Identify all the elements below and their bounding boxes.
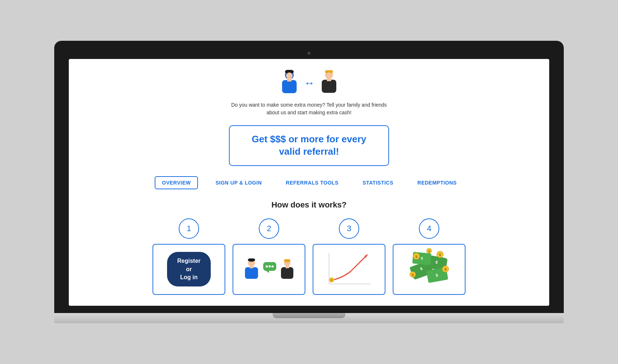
step2-illustration [239,255,299,284]
svg-rect-21 [281,267,293,279]
cta-text: Get $$$ or more for everyvalid referral! [251,133,366,158]
step-2-number: 2 [259,218,279,239]
tab-redemptions[interactable]: REDEMPTIONS [411,177,463,189]
money-flying-icon: $ $ $ $ [405,245,453,289]
hero-subtitle: Do you want to make some extra money? Te… [227,101,391,116]
svg-point-18 [272,265,274,268]
how-section: How does it works? 1 Register orLog in 2 [91,200,527,295]
svg-marker-15 [266,271,269,273]
tab-signup-login[interactable]: SIGN UP & LOGIN [209,177,268,189]
nav-tabs: OVERVIEW SIGN UP & LOGIN REFERRALS TOOLS… [91,176,527,189]
step4-money-illustration: $ $ $ $ [405,245,453,293]
hero-section: ↔ [227,70,391,116]
steps-row: 1 Register orLog in 2 [91,218,527,295]
svg-point-16 [266,265,268,268]
svg-rect-12 [245,267,258,279]
step-1-col: 1 Register orLog in [152,218,225,295]
tab-referrals-tools[interactable]: REFERRALS TOOLS [279,177,345,189]
step-3-card: $ [313,244,385,295]
svg-point-9 [326,72,332,79]
step-2-col: 2 [233,218,305,295]
svg-rect-2 [282,80,297,93]
step2-person-dark-icon [279,259,296,280]
speech-bubble-icon [263,262,276,273]
camera [308,52,310,55]
svg-rect-7 [322,80,336,93]
step2-person-blue-icon [243,258,260,280]
svg-rect-13 [250,265,253,268]
how-title: How does it works? [272,200,347,210]
person-blue-icon [278,70,300,96]
step-4-col: 4 $ [393,218,466,295]
tab-statistics[interactable]: STATISTICS [356,177,400,189]
tab-overview[interactable]: OVERVIEW [155,176,198,189]
growth-chart-icon: $ [324,249,375,289]
hero-icons: ↔ [278,70,340,96]
laptop-notch [273,313,345,318]
step-4-card: $ $ $ $ [393,244,466,295]
screen: ↔ [69,59,549,306]
exchange-arrow-icon: ↔ [304,77,315,89]
svg-text:$: $ [412,273,413,277]
step-3-number: 3 [339,218,359,239]
svg-point-4 [286,72,293,79]
step-1-card: Register orLog in [152,244,225,295]
svg-text:$: $ [428,250,430,253]
step-3-col: 3 [313,218,385,295]
svg-rect-22 [286,266,289,268]
step3-chart: $ [320,246,378,293]
step-1-number: 1 [179,218,199,239]
cta-box: Get $$$ or more for everyvalid referral! [229,125,389,166]
svg-text:$: $ [330,278,332,282]
laptop-container: ↔ [54,41,564,323]
screen-content: ↔ [69,59,549,306]
svg-text:$: $ [439,253,441,257]
screen-bezel: ↔ [54,41,564,313]
laptop-base [54,313,564,323]
svg-text:$: $ [415,255,417,258]
person-dark-icon [318,70,340,96]
step-4-number: 4 [419,218,439,239]
step-2-card [233,244,305,295]
svg-text:$: $ [444,268,446,271]
svg-point-17 [269,265,271,268]
register-login-button[interactable]: Register orLog in [167,252,211,286]
